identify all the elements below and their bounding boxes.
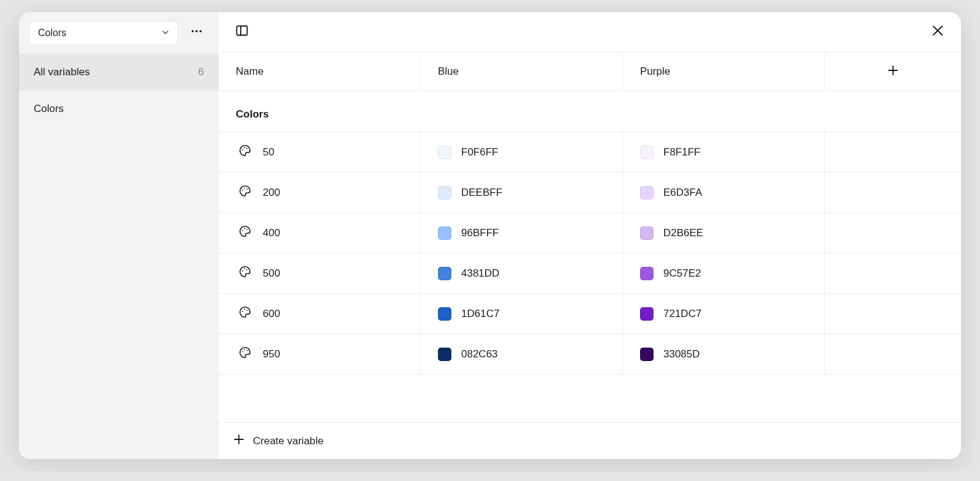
svg-point-14 (246, 188, 247, 190)
palette-icon (238, 225, 252, 241)
svg-point-22 (244, 309, 245, 310)
column-header-mode-2[interactable]: Purple (623, 53, 825, 91)
svg-point-10 (244, 147, 245, 149)
svg-point-11 (246, 148, 247, 149)
color-value-cell[interactable]: DEEBFF (421, 173, 623, 212)
footer: Create variable (219, 422, 961, 459)
color-value-cell[interactable]: 4381DD (421, 253, 623, 293)
variable-name-cell[interactable]: 600 (219, 294, 421, 334)
variable-name-cell[interactable]: 50 (219, 132, 421, 172)
color-hex-value: E6D3FA (663, 187, 702, 199)
variable-name-cell[interactable]: 400 (219, 213, 421, 253)
variables-table-body: 50F0F6FFF8F1FF200DEEBFFE6D3FA40096BFFFD2… (219, 132, 961, 374)
collection-dropdown[interactable]: Colors (29, 21, 178, 45)
color-swatch (640, 146, 654, 159)
color-hex-value: F8F1FF (663, 146, 700, 158)
variable-row[interactable]: 6001D61C7721DC7 (219, 293, 961, 334)
svg-point-21 (242, 311, 243, 312)
color-value-cell[interactable]: 082C63 (421, 334, 623, 374)
variable-count: 6 (198, 66, 204, 78)
column-header-mode-1[interactable]: Blue (421, 53, 623, 91)
sidebar-item-colors-group[interactable]: Colors (19, 91, 219, 127)
empty-row (219, 374, 961, 396)
color-value-cell[interactable]: E6D3FA (623, 173, 825, 212)
color-value-cell[interactable]: 96BFFF (421, 213, 623, 253)
svg-point-26 (246, 350, 247, 351)
toolbar (219, 12, 961, 52)
color-hex-value: DEEBFF (461, 187, 502, 199)
color-hex-value: 9C57E2 (663, 267, 701, 280)
color-value-cell[interactable]: F0F6FF (421, 132, 623, 172)
svg-point-24 (242, 351, 243, 352)
svg-point-12 (242, 190, 243, 191)
svg-point-2 (200, 30, 202, 32)
color-swatch (640, 348, 654, 361)
svg-point-23 (246, 310, 247, 311)
variable-row[interactable]: 40096BFFFD2B6EE (219, 212, 961, 253)
empty-cell (825, 173, 961, 212)
variables-panel: Colors All variables 6 Colors (19, 12, 961, 459)
variable-name: 50 (263, 146, 274, 158)
close-button[interactable] (927, 21, 949, 43)
color-hex-value: 96BFFF (461, 227, 499, 239)
variable-name: 400 (263, 227, 280, 239)
svg-point-15 (242, 230, 243, 231)
svg-point-1 (195, 30, 198, 32)
collection-name: Colors (38, 28, 66, 39)
toggle-sidebar-button[interactable] (231, 21, 253, 43)
add-mode-button[interactable] (825, 53, 961, 91)
color-hex-value: D2B6EE (663, 227, 703, 239)
chevron-down-icon (162, 28, 169, 39)
color-value-cell[interactable]: 9C57E2 (623, 253, 825, 293)
color-swatch (640, 267, 654, 280)
ellipsis-icon (190, 24, 203, 42)
create-variable-label: Create variable (253, 435, 323, 447)
color-swatch (438, 348, 451, 361)
color-hex-value: 082C63 (461, 348, 498, 360)
variable-name-cell[interactable]: 500 (219, 253, 421, 293)
variable-row[interactable]: 5004381DD9C57E2 (219, 253, 961, 293)
palette-icon (238, 346, 252, 362)
color-swatch (640, 307, 654, 321)
variable-name: 600 (263, 308, 280, 320)
variable-row[interactable]: 950082C6333085D (219, 334, 961, 374)
color-value-cell[interactable]: 33085D (623, 334, 825, 374)
color-swatch (640, 186, 654, 199)
color-swatch (438, 267, 451, 280)
palette-icon (238, 305, 252, 322)
close-icon (932, 24, 944, 39)
create-variable-button[interactable]: Create variable (219, 423, 961, 459)
svg-point-16 (244, 228, 245, 229)
svg-point-17 (246, 229, 247, 230)
color-hex-value: 721DC7 (663, 308, 701, 320)
color-value-cell[interactable]: D2B6EE (623, 213, 825, 253)
variable-name: 200 (263, 187, 280, 199)
empty-cell (825, 213, 961, 253)
svg-point-20 (246, 269, 247, 270)
variable-row[interactable]: 50F0F6FFF8F1FF (219, 132, 961, 172)
more-options-button[interactable] (184, 21, 209, 45)
main-content: Name Blue Purple Colors 50F0F6FFF8F1FF20… (219, 12, 961, 459)
color-swatch (438, 226, 451, 240)
variable-name-cell[interactable]: 200 (219, 173, 421, 212)
sidebar-item-label: All variables (34, 66, 90, 78)
svg-point-25 (244, 349, 245, 351)
empty-cell (825, 294, 961, 334)
svg-point-18 (242, 270, 243, 272)
svg-point-13 (244, 188, 245, 189)
sidebar-header: Colors (19, 12, 219, 54)
color-value-cell[interactable]: 1D61C7 (421, 294, 623, 334)
column-header-name[interactable]: Name (219, 53, 421, 91)
color-hex-value: 33085D (663, 348, 700, 360)
color-value-cell[interactable]: 721DC7 (623, 294, 825, 334)
palette-icon (238, 144, 252, 160)
sidebar-item-all-variables[interactable]: All variables 6 (19, 54, 219, 91)
variable-name-cell[interactable]: 950 (219, 334, 421, 374)
variable-row[interactable]: 200DEEBFFE6D3FA (219, 172, 961, 212)
color-value-cell[interactable]: F8F1FF (623, 132, 825, 172)
svg-point-9 (242, 149, 243, 151)
empty-cell (825, 334, 961, 374)
svg-point-19 (244, 269, 245, 270)
sidebar: Colors All variables 6 Colors (19, 12, 219, 459)
group-title: Colors (219, 91, 961, 132)
